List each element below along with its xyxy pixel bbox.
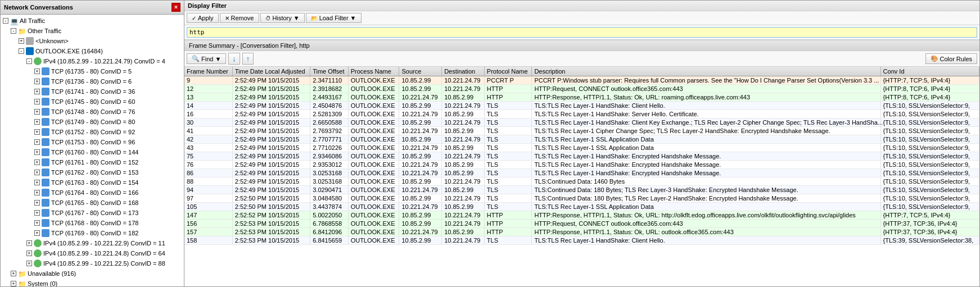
expand-icon[interactable]: + [26, 240, 32, 246]
expand-icon[interactable]: + [34, 210, 40, 216]
load-filter-button[interactable]: 📂 Load Filter ▼ [306, 13, 362, 23]
table-cell: 86 [184, 169, 232, 177]
expand-icon[interactable]: + [34, 220, 40, 226]
col-source[interactable]: Source [399, 67, 442, 76]
tree-item[interactable]: +TCP (61761 - 80) ConvID = 152 [1, 157, 184, 167]
tree-item[interactable]: -IPv4 (10.85.2.99 - 10.221.24.79) ConvID… [1, 56, 184, 66]
expand-icon[interactable]: + [34, 180, 40, 185]
col-time-date[interactable]: Time Date Local Adjusted [232, 67, 310, 76]
load-filter-dropdown-icon: ▼ [350, 15, 356, 21]
nav-down-button[interactable]: ↓ [228, 53, 240, 65]
tree-item[interactable]: +📁System (0) [1, 279, 184, 286]
col-description[interactable]: Description [532, 67, 880, 76]
expand-icon[interactable]: + [34, 69, 40, 74]
col-protocol[interactable]: Protocol Name [484, 67, 532, 76]
expand-icon[interactable]: + [34, 119, 40, 125]
tree-item[interactable]: +TCP (61735 - 80) ConvID = 5 [1, 66, 184, 76]
tree-item[interactable]: +TCP (61753 - 80) ConvID = 96 [1, 137, 184, 147]
expand-icon[interactable]: + [34, 200, 40, 206]
table-row[interactable]: 302:52:49 PM 10/15/20152.6650588OUTLOOK.… [184, 119, 979, 127]
table-row[interactable]: 972:52:50 PM 10/15/20153.0484580OUTLOOK.… [184, 194, 979, 203]
table-row[interactable]: 142:52:49 PM 10/15/20152.4504876OUTLOOK.… [184, 102, 979, 110]
remove-button[interactable]: ✕ Remove [220, 13, 259, 23]
tree-item[interactable]: +TCP (61763 - 80) ConvID = 154 [1, 177, 184, 188]
tree-item[interactable]: +TCP (61769 - 80) ConvID = 182 [1, 228, 184, 238]
history-button[interactable]: ⏱ History ▼ [260, 13, 305, 23]
expand-icon[interactable]: + [11, 271, 16, 276]
tree-container[interactable]: -💻All Traffic-📁Other Traffic+<Unknown>-O… [1, 15, 184, 286]
expand-icon[interactable]: + [34, 190, 40, 195]
col-destination[interactable]: Destination [442, 67, 485, 76]
table-row[interactable]: 942:52:49 PM 10/15/20153.0290471OUTLOOK.… [184, 186, 979, 194]
tree-item[interactable]: +TCP (61767 - 80) ConvID = 173 [1, 208, 184, 218]
tree-item[interactable]: +TCP (61762 - 80) ConvID = 153 [1, 167, 184, 177]
expand-icon[interactable]: + [34, 89, 40, 94]
expand-icon[interactable]: + [26, 250, 32, 256]
table-row[interactable]: 132:52:49 PM 10/15/20152.4493167OUTLOOK.… [184, 93, 979, 102]
tree-item[interactable]: +TCP (61745 - 80) ConvID = 60 [1, 97, 184, 107]
tree-item[interactable]: +TCP (61741 - 80) ConvID = 36 [1, 86, 184, 97]
color-rules-button[interactable]: 🎨 Color Rules [925, 53, 977, 64]
expand-icon[interactable]: + [34, 160, 40, 165]
find-button[interactable]: 🔍 Find ▼ [187, 53, 226, 64]
expand-icon[interactable]: - [19, 48, 24, 54]
tree-item[interactable]: +TCP (61764 - 80) ConvID = 166 [1, 188, 184, 198]
tree-item[interactable]: +TCP (61752 - 80) ConvID = 92 [1, 127, 184, 137]
table-row[interactable]: 122:52:49 PM 10/15/20152.3918682OUTLOOK.… [184, 85, 979, 93]
col-process-name[interactable]: Process Name [348, 67, 399, 76]
tree-item[interactable]: +📁Unavailable (916) [1, 268, 184, 279]
expand-icon[interactable]: + [34, 129, 40, 135]
node-icon [42, 219, 49, 227]
table-row[interactable]: 162:52:49 PM 10/15/20152.5281309OUTLOOK.… [184, 110, 979, 119]
expand-icon[interactable]: + [34, 109, 40, 115]
tree-item[interactable]: +TCP (61749 - 80) ConvID = 80 [1, 117, 184, 127]
table-row[interactable]: 762:52:49 PM 10/15/20152.9353012OUTLOOK.… [184, 161, 979, 169]
table-row[interactable]: 862:52:49 PM 10/15/20153.0253168OUTLOOK.… [184, 169, 979, 177]
table-row[interactable]: 432:52:49 PM 10/15/20152.7710226OUTLOOK.… [184, 144, 979, 152]
tree-item[interactable]: +TCP (61760 - 80) ConvID = 144 [1, 147, 184, 157]
filter-input[interactable] [187, 27, 977, 38]
tree-item[interactable]: +TCP (61748 - 80) ConvID = 76 [1, 107, 184, 117]
expand-icon[interactable]: + [34, 139, 40, 145]
tree-item[interactable]: +TCP (61768 - 80) ConvID = 178 [1, 218, 184, 228]
tree-item[interactable]: -OUTLOOK.EXE (16484) [1, 46, 184, 56]
table-row[interactable]: 1572:52:53 PM 10/15/20156.8412096OUTLOOK… [184, 228, 979, 236]
expand-icon[interactable]: + [34, 149, 40, 155]
table-row[interactable]: 1472:52:52 PM 10/15/20155.0022050OUTLOOK… [184, 211, 979, 220]
table-cell: OUTLOOK.EXE [348, 228, 399, 236]
close-button[interactable]: ✕ [171, 3, 180, 12]
apply-button[interactable]: ✓ Apply [187, 13, 219, 23]
table-row[interactable]: 1052:52:50 PM 10/15/20153.4437874OUTLOOK… [184, 203, 979, 211]
table-row[interactable]: 882:52:49 PM 10/15/20153.0253168OUTLOOK.… [184, 177, 979, 186]
table-row[interactable]: 1562:52:53 PM 10/15/20156.7868558OUTLOOK… [184, 220, 979, 228]
expand-icon[interactable]: + [11, 281, 16, 286]
tree-item[interactable]: +IPv4 (10.85.2.99 - 10.221.22.9) ConvID … [1, 238, 184, 248]
table-row[interactable]: 422:52:49 PM 10/15/20152.7707771OUTLOOK.… [184, 135, 979, 144]
table-cell: 3.0253168 [310, 177, 348, 186]
expand-icon[interactable]: - [26, 58, 32, 64]
tree-item[interactable]: -💻All Traffic [1, 16, 184, 26]
tree-item[interactable]: +IPv4 (10.85.2.99 - 10.221.22.5) ConvID … [1, 258, 184, 268]
table-container[interactable]: Frame Number Time Date Local Adjusted Ti… [184, 67, 979, 286]
tree-item[interactable]: +<Unknown> [1, 36, 184, 46]
expand-icon[interactable]: + [19, 38, 24, 44]
tree-item[interactable]: +TCP (61765 - 80) ConvID = 168 [1, 198, 184, 208]
expand-icon[interactable]: + [34, 79, 40, 84]
table-row[interactable]: 1582:52:53 PM 10/15/20156.8415659OUTLOOK… [184, 236, 979, 245]
col-frame-number[interactable]: Frame Number [184, 67, 232, 76]
expand-icon[interactable]: + [34, 170, 40, 175]
expand-icon[interactable]: - [11, 28, 16, 34]
table-row[interactable]: 412:52:49 PM 10/15/20152.7693792OUTLOOK.… [184, 127, 979, 135]
nav-up-button[interactable]: ↑ [242, 53, 254, 65]
tree-item[interactable]: +IPv4 (10.85.2.99 - 10.221.24.8) ConvID … [1, 248, 184, 258]
expand-icon[interactable]: - [3, 18, 8, 24]
tree-item[interactable]: -📁Other Traffic [1, 26, 184, 36]
expand-icon[interactable]: + [34, 230, 40, 236]
table-row[interactable]: 92:52:49 PM 10/15/20152.3471110OUTLOOK.E… [184, 76, 979, 85]
col-conv-id[interactable]: Conv Id [880, 67, 979, 76]
col-time-offset[interactable]: Time Offset [310, 67, 348, 76]
expand-icon[interactable]: + [26, 261, 32, 266]
table-row[interactable]: 752:52:49 PM 10/15/20152.9346086OUTLOOK.… [184, 152, 979, 161]
expand-icon[interactable]: + [34, 99, 40, 104]
tree-item[interactable]: +TCP (61736 - 80) ConvID = 6 [1, 76, 184, 86]
